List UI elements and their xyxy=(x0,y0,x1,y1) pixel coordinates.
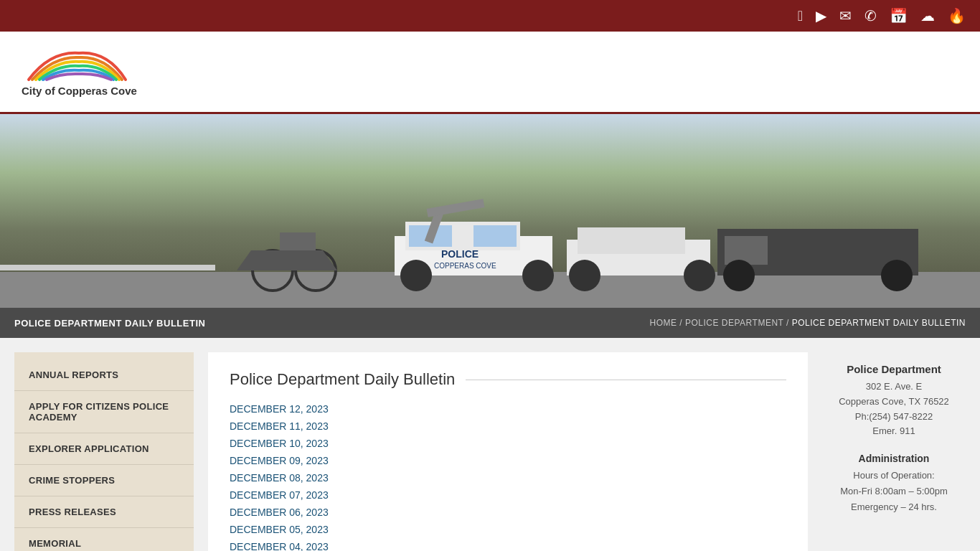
info-dept-name: Police Department xyxy=(833,363,955,375)
top-bar:  ▶ ✉ ✆ 📅 ☁ 🔥 xyxy=(0,0,980,32)
svg-point-20 xyxy=(723,260,755,291)
sidebar-item-crime-stoppers[interactable]: CRIME STOPPERS xyxy=(14,465,194,496)
fire-icon[interactable]: 🔥 xyxy=(948,7,966,24)
sidebar-item-memorial[interactable]: MEMORIAL xyxy=(14,528,194,551)
bulletin-date-item[interactable]: DECEMBER 09, 2023 xyxy=(230,455,786,466)
bulletin-date-item[interactable]: DECEMBER 11, 2023 xyxy=(230,420,786,432)
content-title-text: Police Department Daily Bulletin xyxy=(230,370,455,389)
content-area: Police Department Daily Bulletin DECEMBE… xyxy=(208,352,808,551)
svg-rect-0 xyxy=(0,272,980,308)
svg-point-16 xyxy=(569,260,600,291)
title-divider xyxy=(466,380,786,380)
info-admin: Administration Hours of Operation: Mon-F… xyxy=(833,451,955,515)
bulletin-date-item[interactable]: DECEMBER 12, 2023 xyxy=(230,403,786,415)
page-title: POLICE DEPARTMENT DAILY BULLETIN xyxy=(14,318,205,329)
sidebar: ANNUAL REPORTS APPLY FOR CITIZENS POLICE… xyxy=(14,352,194,551)
hours-label: Hours of Operation: xyxy=(833,468,955,484)
svg-marker-4 xyxy=(237,250,337,270)
info-address: 302 E. Ave. E Copperas Cove, TX 76522 Ph… xyxy=(833,380,955,439)
info-panel: Police Department 302 E. Ave. E Copperas… xyxy=(822,352,966,551)
content-title: Police Department Daily Bulletin xyxy=(230,370,786,389)
hours-value: Mon-Fri 8:00am – 5:00pm xyxy=(833,484,955,499)
weather-icon[interactable]: ☁ xyxy=(920,7,935,24)
breadcrumb-bar: POLICE DEPARTMENT DAILY BULLETIN HOME / … xyxy=(0,308,980,338)
sidebar-item-annual-reports[interactable]: ANNUAL REPORTS xyxy=(14,359,194,391)
info-phone: Ph:(254) 547-8222 xyxy=(833,410,955,425)
phone-icon[interactable]: ✆ xyxy=(864,7,877,24)
svg-rect-9 xyxy=(473,225,517,247)
youtube-icon[interactable]: ▶ xyxy=(816,7,826,24)
hero-image: POLICE COPPERAS COVE xyxy=(0,114,980,308)
svg-point-10 xyxy=(400,260,432,291)
svg-point-11 xyxy=(522,260,554,291)
bulletin-date-item[interactable]: DECEMBER 10, 2023 xyxy=(230,438,786,449)
info-admin-title: Administration xyxy=(833,451,955,468)
breadcrumb-current: POLICE DEPARTMENT DAILY BULLETIN xyxy=(792,318,966,328)
logo-arcs xyxy=(22,47,133,82)
svg-rect-5 xyxy=(280,232,316,250)
svg-rect-15 xyxy=(578,227,685,254)
breadcrumb-sep1: / xyxy=(677,318,685,328)
vehicle-silhouette: POLICE COPPERAS COVE xyxy=(0,164,980,308)
bulletin-dates-list: DECEMBER 12, 2023DECEMBER 11, 2023DECEMB… xyxy=(230,403,786,551)
sidebar-item-press-releases[interactable]: PRESS RELEASES xyxy=(14,496,194,528)
main-content: ANNUAL REPORTS APPLY FOR CITIZENS POLICE… xyxy=(0,338,980,551)
svg-text:POLICE: POLICE xyxy=(441,248,479,260)
svg-rect-1 xyxy=(0,265,215,270)
info-emergency: Emer. 911 xyxy=(833,424,955,439)
email-icon[interactable]: ✉ xyxy=(839,7,852,24)
logo-area[interactable]: City of Copperas Cove xyxy=(22,47,137,97)
logo-text: City of Copperas Cove xyxy=(22,85,137,97)
svg-point-21 xyxy=(881,260,913,291)
bulletin-date-item[interactable]: DECEMBER 04, 2023 xyxy=(230,541,786,551)
header: City of Copperas Cove xyxy=(0,32,980,114)
bulletin-date-item[interactable]: DECEMBER 07, 2023 xyxy=(230,489,786,501)
breadcrumb-nav: HOME / POLICE DEPARTMENT / POLICE DEPART… xyxy=(649,318,966,328)
svg-text:COPPERAS COVE: COPPERAS COVE xyxy=(434,262,496,270)
address-line1: 302 E. Ave. E xyxy=(833,380,955,395)
facebook-icon[interactable]:  xyxy=(798,8,803,24)
breadcrumb-home[interactable]: HOME xyxy=(649,318,677,328)
sidebar-item-citizens-police-academy[interactable]: APPLY FOR CITIZENS POLICE ACADEMY xyxy=(14,391,194,433)
bulletin-date-item[interactable]: DECEMBER 06, 2023 xyxy=(230,507,786,518)
svg-rect-19 xyxy=(725,236,768,265)
emergency-hours: Emergency – 24 hrs. xyxy=(833,499,955,515)
breadcrumb-sep2: / xyxy=(783,318,792,328)
bulletin-date-item[interactable]: DECEMBER 08, 2023 xyxy=(230,472,786,484)
calendar-icon[interactable]: 📅 xyxy=(890,7,908,24)
sidebar-item-explorer-application[interactable]: EXPLORER APPLICATION xyxy=(14,433,194,465)
breadcrumb-dept[interactable]: POLICE DEPARTMENT xyxy=(685,318,783,328)
svg-point-17 xyxy=(684,260,715,291)
bulletin-date-item[interactable]: DECEMBER 05, 2023 xyxy=(230,524,786,535)
address-line2: Copperas Cove, TX 76522 xyxy=(833,395,955,410)
svg-rect-23 xyxy=(427,199,485,217)
